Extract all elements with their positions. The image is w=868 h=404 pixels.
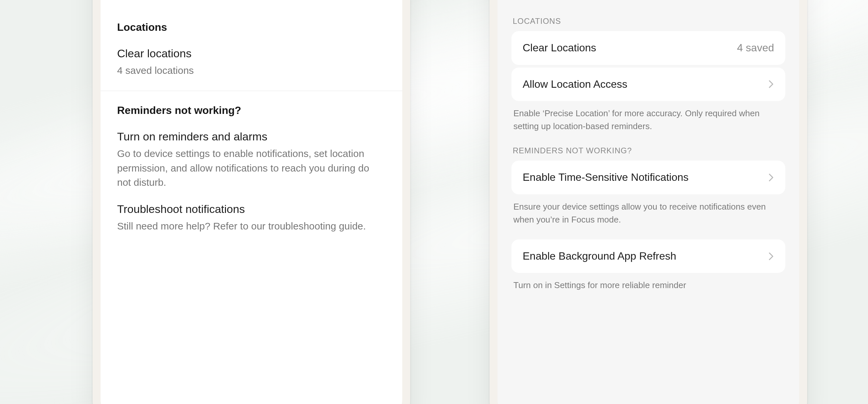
enable-time-sensitive-row[interactable]: Enable Time-Sensitive Notifications [512, 161, 785, 194]
setting-item-title: Turn on reminders and alarms [117, 129, 386, 144]
section-footer: Turn on in Settings for more reliable re… [514, 279, 783, 292]
row-label: Allow Location Access [523, 78, 762, 91]
android-settings-screen: Locations Clear locations 4 saved locati… [100, 0, 402, 404]
ios-group-location-access: Allow Location Access Enable ‘Precise Lo… [512, 67, 785, 133]
section-title: Locations [117, 21, 386, 33]
ios-group-locations: LOCATIONS Clear Locations 4 saved [512, 17, 785, 65]
chevron-right-icon [768, 173, 774, 182]
enable-background-refresh-row[interactable]: Enable Background App Refresh [512, 239, 785, 273]
row-label: Enable Background App Refresh [523, 249, 762, 263]
setting-item-title: Troubleshoot notifications [117, 202, 386, 217]
row-value: 4 saved [737, 42, 774, 54]
setting-item-subtitle: Still need more help? Refer to our troub… [117, 219, 386, 233]
setting-item-title: Clear locations [117, 46, 386, 61]
android-section-reminders: Reminders not working? Turn on reminders… [100, 91, 402, 247]
ios-settings-screen: LOCATIONS Clear Locations 4 saved Allow … [497, 0, 799, 404]
ios-phone-frame: LOCATIONS Clear Locations 4 saved Allow … [490, 0, 807, 404]
section-title: Reminders not working? [117, 104, 386, 117]
ios-group-background-refresh: Enable Background App Refresh Turn on in… [512, 239, 785, 292]
turn-on-reminders-item[interactable]: Turn on reminders and alarms Go to devic… [117, 129, 386, 190]
android-phone-frame: Locations Clear locations 4 saved locati… [93, 0, 410, 404]
row-label: Enable Time-Sensitive Notifications [523, 171, 762, 184]
section-footer: Ensure your device settings allow you to… [514, 200, 783, 226]
setting-item-subtitle: 4 saved locations [117, 63, 386, 78]
clear-locations-item[interactable]: Clear locations 4 saved locations [117, 46, 386, 78]
row-label: Clear Locations [523, 41, 731, 55]
section-header: LOCATIONS [513, 17, 785, 26]
section-footer: Enable ‘Precise Location’ for more accur… [514, 107, 783, 133]
setting-item-subtitle: Go to device settings to enable notifica… [117, 146, 386, 190]
clear-locations-row[interactable]: Clear Locations 4 saved [512, 31, 785, 65]
chevron-right-icon [768, 80, 774, 89]
chevron-right-icon [768, 252, 774, 261]
ios-group-reminders: REMINDERS NOT WORKING? Enable Time-Sensi… [512, 146, 785, 226]
troubleshoot-notifications-item[interactable]: Troubleshoot notifications Still need mo… [117, 202, 386, 233]
allow-location-access-row[interactable]: Allow Location Access [512, 67, 785, 101]
android-section-locations: Locations Clear locations 4 saved locati… [100, 8, 402, 91]
section-header: REMINDERS NOT WORKING? [513, 146, 785, 155]
